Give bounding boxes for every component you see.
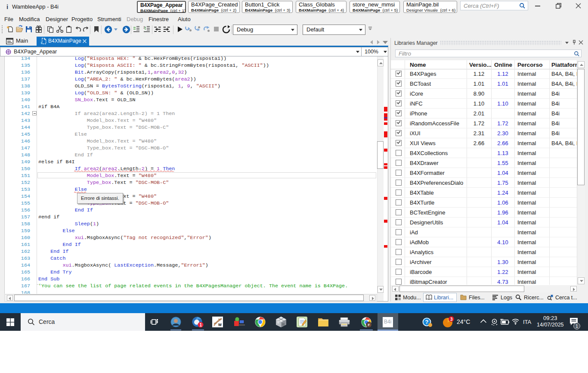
svg-text:w: w: [218, 322, 222, 327]
svg-text:3: 3: [450, 317, 453, 322]
svg-text:1: 1: [200, 323, 202, 327]
svg-text:2: 2: [143, 25, 145, 29]
svg-text:?: ?: [425, 319, 429, 325]
svg-text:F: F: [368, 323, 370, 326]
